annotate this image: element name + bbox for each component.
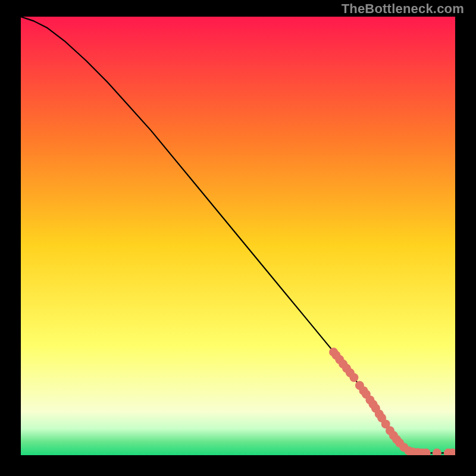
data-marker xyxy=(349,373,358,382)
chart-frame: TheBottleneck.com xyxy=(0,0,476,476)
watermark-text: TheBottleneck.com xyxy=(342,1,464,17)
plot-area xyxy=(21,17,455,455)
chart-svg xyxy=(21,17,455,455)
